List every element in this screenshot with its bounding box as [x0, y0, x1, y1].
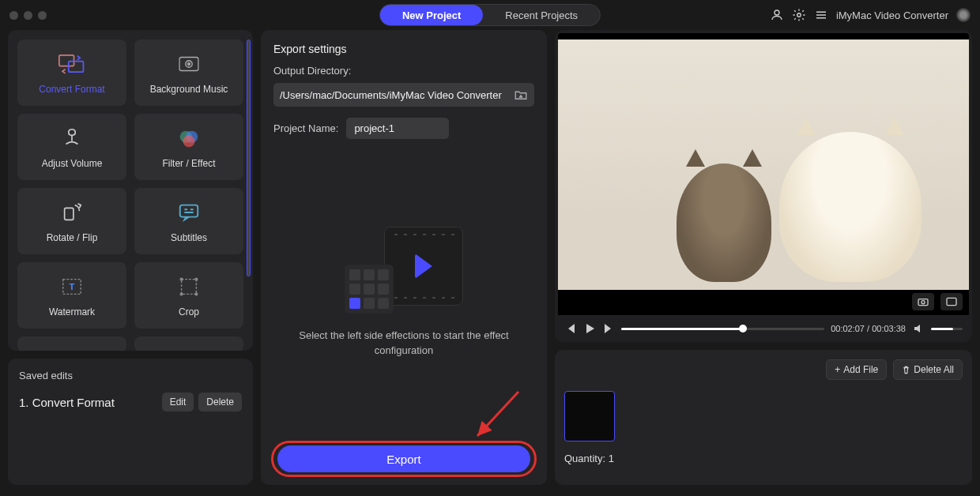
account-icon[interactable]	[770, 8, 784, 22]
svg-rect-11	[180, 205, 198, 217]
svg-point-6	[188, 63, 190, 66]
minimize-window-dot[interactable]	[24, 11, 32, 20]
tool-label: Convert Format	[39, 84, 104, 95]
tool-watermark[interactable]: T Watermark	[17, 262, 126, 329]
tool-label: Filter / Effect	[162, 158, 215, 169]
tool-label: Crop	[179, 306, 199, 318]
folder-browse-icon[interactable]	[514, 88, 528, 102]
tab-new-project[interactable]: New Project	[380, 5, 483, 25]
tool-convert-format[interactable]: Convert Format	[17, 39, 126, 106]
export-settings-panel: Export settings Output Directory: Projec…	[261, 30, 547, 485]
export-illustration	[345, 227, 463, 314]
tool-subtitles[interactable]: Subtitles	[134, 188, 243, 254]
svg-point-9	[183, 135, 195, 147]
tool-filter-effect[interactable]: Filter / Effect	[134, 114, 243, 180]
svg-point-1	[797, 13, 801, 17]
output-directory-input[interactable]	[280, 89, 514, 101]
svg-point-0	[775, 10, 779, 15]
next-icon[interactable]	[602, 322, 615, 335]
output-directory-label: Output Directory:	[273, 65, 534, 77]
tool-label: Adjust Volume	[42, 158, 103, 169]
svg-text:T: T	[70, 282, 75, 291]
export-button[interactable]: Export	[277, 445, 530, 472]
svg-rect-10	[65, 208, 74, 220]
gear-icon[interactable]	[792, 8, 806, 22]
svg-rect-21	[947, 298, 956, 305]
saved-edits-panel: Saved edits 1. Convert Format Edit Delet…	[8, 359, 253, 485]
rotate-icon	[58, 199, 85, 226]
previous-icon[interactable]	[564, 322, 577, 335]
volume-icon[interactable]	[912, 322, 925, 335]
edit-button[interactable]: Edit	[162, 393, 194, 411]
file-thumbnail[interactable]	[564, 391, 615, 442]
delete-all-button[interactable]: Delete All	[893, 359, 963, 380]
fullscreen-icon[interactable]	[940, 293, 963, 310]
tool-more-hidden[interactable]	[17, 336, 126, 351]
convert-icon	[58, 51, 85, 77]
titlebar: New Project Recent Projects iMyMac Video…	[0, 0, 980, 30]
subtitles-icon	[175, 199, 202, 226]
tool-more-hidden-2[interactable]	[134, 336, 243, 351]
export-settings-title: Export settings	[273, 43, 534, 55]
delete-button[interactable]: Delete	[198, 393, 242, 411]
file-list-panel: +Add File Delete All Quantity: 1	[555, 350, 972, 485]
snapshot-icon[interactable]	[912, 293, 934, 310]
progress-slider[interactable]	[621, 328, 824, 330]
watermark-icon: T	[58, 273, 85, 300]
svg-point-20	[922, 301, 925, 304]
project-name-input[interactable]	[346, 118, 449, 139]
play-icon[interactable]	[583, 322, 596, 335]
project-name-label: Project Name:	[273, 122, 338, 134]
filter-icon	[175, 125, 202, 152]
tool-adjust-volume[interactable]: Adjust Volume	[17, 114, 126, 180]
video-preview-panel: 00:02:07 / 00:03:38	[555, 30, 972, 342]
tool-label: Watermark	[49, 306, 95, 318]
instruction-text: Select the left side effections to start…	[273, 328, 534, 359]
tool-label: Background Music	[150, 84, 228, 95]
tools-panel: Convert Format Background Music Adjust V…	[8, 30, 253, 351]
time-display: 00:02:07 / 00:03:38	[831, 324, 906, 333]
tab-recent-projects[interactable]: Recent Projects	[483, 5, 600, 25]
tool-crop[interactable]: Crop	[134, 262, 243, 329]
music-icon	[175, 51, 202, 77]
tool-rotate-flip[interactable]: Rotate / Flip	[17, 188, 126, 254]
crop-icon	[175, 273, 202, 300]
project-tabs: New Project Recent Projects	[379, 4, 601, 26]
app-logo-icon	[956, 8, 971, 22]
svg-rect-14	[182, 280, 197, 295]
svg-point-17	[180, 293, 183, 295]
saved-edit-item: 1. Convert Format	[19, 396, 115, 409]
quantity-display: Quantity: 1	[564, 453, 963, 464]
saved-edits-title: Saved edits	[19, 370, 242, 381]
svg-rect-19	[918, 299, 928, 306]
close-window-dot[interactable]	[9, 11, 18, 20]
app-title: iMyMac Video Converter	[836, 9, 948, 21]
tools-scrollbar[interactable]	[247, 39, 251, 332]
svg-point-15	[180, 278, 183, 280]
tool-background-music[interactable]: Background Music	[134, 39, 243, 106]
window-controls	[9, 11, 47, 20]
tool-label: Subtitles	[171, 232, 207, 243]
maximize-window-dot[interactable]	[38, 11, 47, 20]
svg-point-16	[195, 278, 198, 280]
volume-icon	[58, 125, 85, 152]
volume-slider[interactable]	[931, 328, 963, 330]
tool-label: Rotate / Flip	[47, 232, 98, 243]
menu-icon[interactable]	[814, 8, 828, 22]
add-file-button[interactable]: +Add File	[826, 359, 887, 380]
video-preview[interactable]	[558, 33, 969, 315]
svg-point-18	[195, 293, 198, 295]
